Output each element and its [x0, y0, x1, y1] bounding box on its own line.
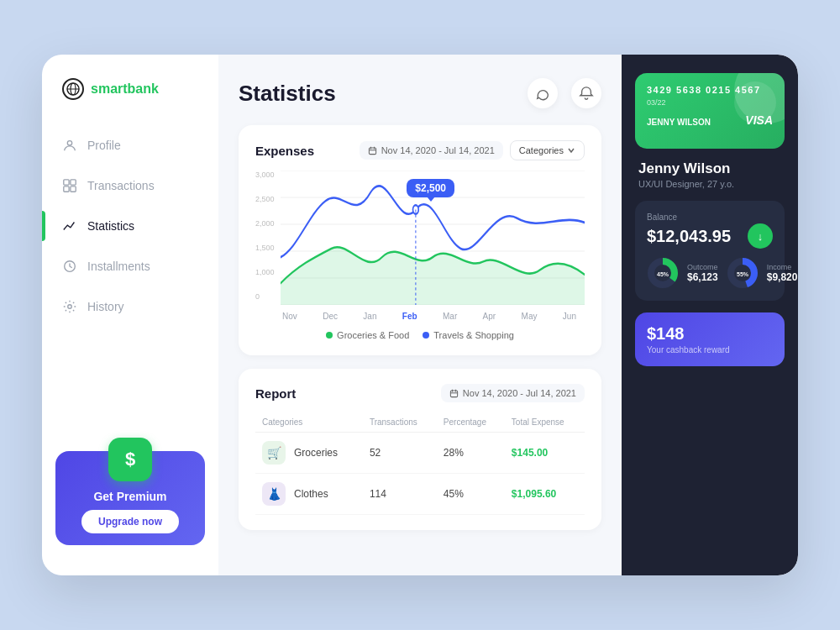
- svg-rect-4: [64, 180, 69, 185]
- svg-rect-10: [369, 148, 375, 155]
- balance-row: $12,043.95 ↓: [647, 223, 773, 249]
- col-total: Total Expense: [505, 412, 585, 433]
- sidebar-item-statistics[interactable]: Statistics: [42, 207, 218, 244]
- profile-role: UX/UI Designer, 27 y.o.: [638, 179, 781, 189]
- table-row: 🛒 Groceries 52 28% $145.00: [255, 433, 585, 474]
- category-name: Clothes: [294, 488, 328, 500]
- expenses-header: Expenses Nov 14, 2020 - Jul 14, 2021 Cat…: [255, 140, 585, 160]
- notification-button[interactable]: [571, 78, 601, 108]
- sidebar-item-label: Statistics: [87, 219, 134, 233]
- row-transactions-clothes: 114: [363, 474, 437, 515]
- balance-amount: $12,043.95: [647, 227, 731, 246]
- main-content: Statistics Expenses: [218, 55, 622, 575]
- sidebar-item-label: History: [87, 300, 124, 313]
- cashback-amount: $148: [647, 324, 773, 344]
- row-category-groceries: 🛒 Groceries: [255, 433, 363, 474]
- income-value: $9,820: [767, 271, 798, 283]
- income-donut: 55%: [727, 257, 759, 289]
- profile-name: Jenny Wilson: [638, 160, 781, 177]
- row-percentage-groceries: 28%: [437, 433, 505, 474]
- premium-card: $ Get Premium Upgrade now: [55, 451, 205, 545]
- categories-button[interactable]: Categories: [510, 140, 585, 160]
- svg-point-20: [413, 205, 419, 213]
- sidebar-item-installments[interactable]: Installments: [42, 248, 218, 285]
- row-amount-clothes: $1,095.60: [505, 474, 585, 515]
- legend-groceries-label: Groceries & Food: [337, 330, 409, 340]
- outcome-label: Outcome: [687, 263, 718, 271]
- svg-rect-22: [450, 391, 457, 397]
- svg-rect-7: [71, 186, 76, 192]
- cashback-card: $148 Your cashback reward: [635, 312, 785, 366]
- y-axis: 3,000 2,500 2,000 1,500 1,000 0: [255, 171, 275, 301]
- income-stat: Income $9,820: [767, 263, 798, 283]
- chart-tooltip: $2,500: [407, 179, 454, 197]
- svg-text:55%: 55%: [737, 271, 749, 277]
- expenses-card: Expenses Nov 14, 2020 - Jul 14, 2021 Cat…: [239, 125, 601, 355]
- outcome-donut: 45%: [647, 257, 679, 289]
- app-container: smartbank Profile: [42, 55, 798, 575]
- report-title: Report: [255, 386, 296, 401]
- legend-groceries: Groceries & Food: [326, 330, 409, 340]
- sidebar-logo: smartbank: [42, 78, 218, 127]
- clock-icon: [62, 259, 77, 274]
- report-table: Categories Transactions Percentage Total…: [255, 412, 585, 515]
- outcome-value: $6,123: [687, 271, 718, 283]
- table-header-row: Categories Transactions Percentage Total…: [255, 412, 585, 433]
- dollar-icon: $: [108, 438, 152, 481]
- report-header: Report Nov 14, 2020 - Jul 14, 2021: [255, 384, 585, 402]
- nav-items: Profile Transactions: [42, 127, 218, 438]
- row-category-clothes: 👗 Clothes: [255, 474, 363, 515]
- category-name: Groceries: [294, 447, 338, 459]
- expenses-date-text: Nov 14, 2020 - Jul 14, 2021: [381, 145, 495, 155]
- col-percentage: Percentage: [437, 412, 505, 433]
- card-holder: JENNY WILSON: [647, 118, 711, 127]
- card-brand: VISA: [745, 113, 773, 127]
- legend-travels-label: Travels & Shopping: [433, 330, 514, 340]
- sidebar-item-label: Profile: [87, 139, 121, 152]
- cashback-label: Your cashback reward: [647, 345, 773, 354]
- groceries-dot: [326, 332, 333, 339]
- download-button[interactable]: ↓: [748, 223, 773, 249]
- row-amount-groceries: $145.00: [505, 433, 585, 474]
- card-expiry: 03/22: [647, 98, 773, 107]
- logo-text: smartbank: [91, 81, 159, 97]
- chart-line-icon: [62, 218, 77, 234]
- message-button[interactable]: [528, 78, 558, 108]
- sidebar-item-history[interactable]: History: [42, 288, 218, 325]
- expenses-date-badge[interactable]: Nov 14, 2020 - Jul 14, 2021: [360, 141, 503, 160]
- report-card: Report Nov 14, 2020 - Jul 14, 2021 Categ…: [239, 369, 601, 530]
- expenses-filter: Nov 14, 2020 - Jul 14, 2021 Categories: [360, 140, 585, 160]
- col-transactions: Transactions: [363, 412, 437, 433]
- main-header: Statistics: [239, 78, 601, 108]
- upgrade-button[interactable]: Upgrade now: [81, 510, 179, 533]
- sidebar-item-transactions[interactable]: Transactions: [42, 167, 218, 204]
- svg-point-3: [67, 141, 71, 145]
- right-panel: 3429 5638 0215 4567 03/22 JENNY WILSON V…: [622, 55, 798, 575]
- chart-legend: Groceries & Food Travels & Shopping: [255, 330, 585, 340]
- sidebar-item-profile[interactable]: Profile: [42, 127, 218, 164]
- sidebar-item-label: Transactions: [87, 179, 155, 192]
- premium-title: Get Premium: [67, 490, 193, 503]
- svg-rect-5: [71, 180, 76, 185]
- svg-text:45%: 45%: [657, 271, 669, 277]
- income-label: Income: [767, 263, 798, 271]
- person-icon: [62, 138, 77, 153]
- balance-label: Balance: [647, 213, 773, 222]
- logo-icon: [62, 78, 84, 100]
- card-number: 3429 5638 0215 4567: [647, 85, 773, 95]
- page-title: Statistics: [239, 81, 336, 107]
- expenses-title: Expenses: [255, 144, 314, 158]
- header-icons: [528, 78, 601, 108]
- outcome-stat: Outcome $6,123: [687, 263, 718, 283]
- row-transactions-groceries: 52: [363, 433, 437, 474]
- groceries-icon: 🛒: [262, 441, 286, 465]
- balance-stats: 45% Outcome $6,123 55% Income $9,820: [647, 257, 773, 289]
- legend-travels: Travels & Shopping: [423, 330, 514, 340]
- profile-info: Jenny Wilson UX/UI Designer, 27 y.o.: [635, 160, 785, 189]
- gear-icon: [62, 299, 77, 314]
- balance-card: Balance $12,043.95 ↓ 45% Outcome $6,123: [635, 201, 785, 301]
- svg-rect-6: [64, 186, 69, 192]
- grid-icon: [62, 178, 77, 193]
- card-bottom: JENNY WILSON VISA: [647, 113, 773, 127]
- report-date-badge: Nov 14, 2020 - Jul 14, 2021: [441, 384, 585, 402]
